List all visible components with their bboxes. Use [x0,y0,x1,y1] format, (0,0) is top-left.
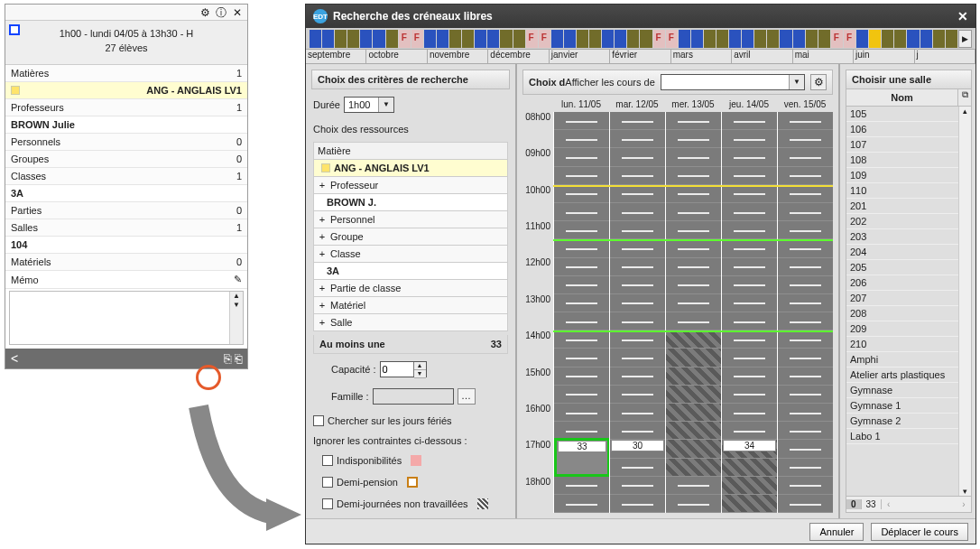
room-item[interactable]: Gymnase 1 [846,398,958,414]
week-block[interactable] [373,30,384,48]
left-row[interactable]: Personnels0 [5,134,247,151]
week-block[interactable] [729,30,741,48]
time-slot[interactable] [554,130,609,148]
time-slot[interactable] [610,477,665,495]
plus-icon[interactable]: + [318,317,327,328]
grid-gear-icon[interactable]: ⚙ [810,74,827,90]
week-block[interactable] [335,30,347,48]
time-slot[interactable] [610,239,665,257]
time-slot[interactable] [778,130,833,148]
week-block[interactable] [411,30,423,48]
left-row[interactable]: Matériels0 [5,254,247,271]
time-slot[interactable] [722,167,777,185]
rooms-copy-icon[interactable]: ⧉ [958,89,971,106]
capacite-input[interactable] [381,362,413,377]
week-block[interactable] [920,30,932,48]
time-slot[interactable] [666,112,721,130]
month-label[interactable]: avril [732,50,792,63]
week-block[interactable] [424,30,436,48]
month-label[interactable]: j [915,50,975,63]
room-item[interactable]: 202 [846,214,958,229]
time-slot[interactable] [778,368,833,386]
time-slot[interactable] [610,294,665,312]
week-block[interactable] [946,30,957,48]
week-block[interactable] [666,30,678,48]
resource-row[interactable]: +Salle [313,314,508,331]
left-row[interactable]: Matières1 [5,65,247,82]
resource-row[interactable]: +Personnel [313,211,508,228]
import-icon[interactable]: ⎗ [235,351,242,366]
room-item[interactable]: 203 [846,229,958,245]
time-slot[interactable] [666,404,721,422]
spin-down-icon[interactable]: ▼ [414,370,426,378]
weeks-next-icon[interactable]: ▶ [958,30,972,48]
week-block[interactable] [856,30,868,48]
time-slot[interactable] [554,368,609,386]
time-slot[interactable] [610,258,665,276]
time-slot[interactable] [778,404,833,422]
time-slot[interactable] [610,349,665,367]
time-slot[interactable] [722,294,777,312]
time-slot[interactable] [554,239,609,257]
room-item[interactable]: 209 [846,321,958,337]
time-slot[interactable] [554,276,609,294]
month-label[interactable]: septembre [306,50,366,63]
year-week-strip[interactable]: ▶ [306,28,975,50]
room-item[interactable]: Atelier arts plastiques [846,368,958,383]
time-slot[interactable] [778,349,833,367]
left-row[interactable]: ANG - ANGLAIS LV1 [5,82,247,99]
week-block[interactable] [310,30,321,48]
week-block[interactable] [615,30,626,48]
time-slot[interactable] [666,495,721,513]
time-slot[interactable] [554,221,609,239]
room-item[interactable]: 105 [846,107,958,122]
move-course-button[interactable]: Déplacer le cours [871,523,968,541]
selected-slot[interactable]: 33 [554,438,610,476]
close-icon[interactable]: ✕ [231,6,244,19]
week-block[interactable] [831,30,843,48]
month-label[interactable]: mars [671,50,732,63]
room-item[interactable]: 108 [846,153,958,168]
resource-row[interactable]: +Groupe [313,228,508,246]
time-slot[interactable] [610,185,665,203]
time-slot[interactable] [554,349,609,367]
week-block[interactable] [602,30,614,48]
time-slot[interactable] [778,386,833,404]
month-label[interactable]: juin [854,50,914,63]
time-slot[interactable] [610,203,665,221]
week-block[interactable] [844,30,855,48]
month-label[interactable]: mai [793,50,854,63]
time-slot[interactable] [778,459,833,477]
time-slot[interactable] [722,404,777,422]
time-slot[interactable] [722,312,777,330]
week-block[interactable] [462,30,474,48]
week-block[interactable] [577,30,588,48]
time-slot[interactable] [722,130,777,148]
time-slot[interactable] [666,130,721,148]
plus-icon[interactable]: + [318,214,327,225]
time-slot[interactable] [610,330,665,349]
time-slot[interactable] [778,112,833,130]
rooms-col-header[interactable]: Nom [846,89,958,106]
time-slot[interactable] [666,368,721,386]
time-slot[interactable] [778,477,833,495]
week-block[interactable] [449,30,461,48]
time-slot[interactable] [610,130,665,148]
time-slot[interactable] [554,112,609,130]
month-label[interactable]: décembre [488,50,549,63]
time-slot[interactable] [722,185,777,203]
time-slot[interactable] [722,368,777,386]
week-block[interactable] [907,30,919,48]
week-block[interactable] [742,30,753,48]
week-block[interactable] [780,30,791,48]
export-icon[interactable]: ⎘ [224,351,231,366]
c1-checkbox[interactable] [322,455,333,466]
resource-row[interactable]: ANG - ANGLAIS LV1 [313,160,508,177]
time-slot[interactable] [610,422,665,440]
resource-row[interactable]: +Matériel [313,297,508,314]
time-slot[interactable] [778,258,833,276]
week-block[interactable] [640,30,652,48]
room-item[interactable]: 107 [846,137,958,153]
time-slot[interactable] [554,203,609,221]
time-slot[interactable] [666,185,721,203]
